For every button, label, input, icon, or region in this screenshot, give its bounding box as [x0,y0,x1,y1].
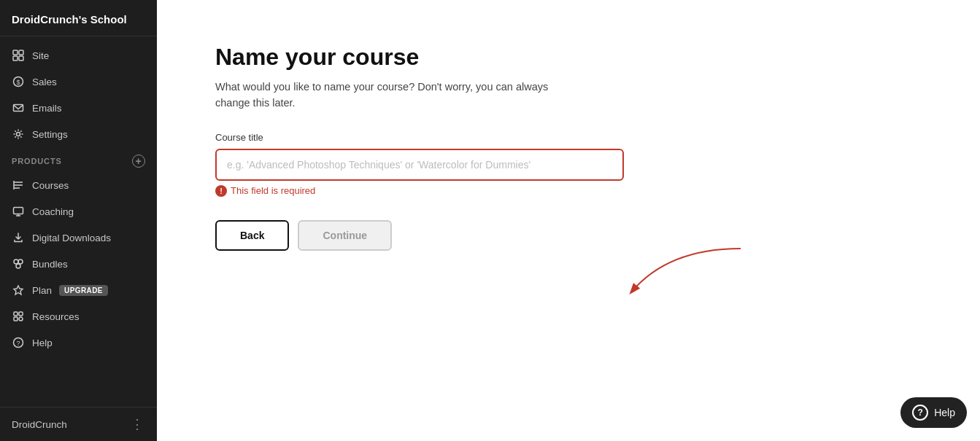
svg-rect-21 [14,317,18,321]
page-title: Name your course [215,44,922,71]
gear-icon [12,128,25,141]
svg-rect-1 [19,50,23,55]
svg-point-16 [18,259,23,264]
sidebar-footer: DroidCrunch ⋮ [0,407,157,441]
continue-button[interactable]: Continue [298,220,392,251]
downloads-icon [12,231,25,244]
sidebar-item-emails-label: Emails [32,103,62,114]
sidebar-item-bundles-label: Bundles [32,259,68,270]
sidebar-scroll: Site $ Sales Emails [0,36,157,407]
back-button[interactable]: Back [215,220,289,251]
svg-rect-19 [14,312,18,316]
svg-rect-12 [14,208,23,214]
sidebar: DroidCrunch's School Site [0,0,157,441]
course-title-input[interactable] [215,149,624,181]
sidebar-item-digital-downloads-label: Digital Downloads [32,233,111,243]
svg-point-15 [14,259,18,264]
sidebar-item-resources-label: Resources [32,311,80,322]
svg-point-7 [17,133,20,136]
sidebar-item-courses-label: Courses [32,180,69,191]
sidebar-item-sales-label: Sales [32,77,57,87]
svg-rect-0 [13,50,18,55]
svg-rect-20 [19,312,23,316]
sidebar-item-site-label: Site [32,50,49,61]
svg-rect-3 [19,56,23,61]
courses-icon [12,179,25,192]
svg-text:?: ? [16,340,20,347]
sidebar-item-sales[interactable]: $ Sales [0,69,157,95]
sidebar-item-coaching[interactable]: Coaching [0,198,157,225]
mail-icon [12,101,25,114]
help-nav-icon: ? [12,336,25,349]
footer-menu-icon[interactable]: ⋮ [131,416,145,432]
sidebar-item-bundles[interactable]: Bundles [0,251,157,277]
dollar-icon: $ [12,75,25,88]
sidebar-item-plan-label: Plan [32,285,52,296]
help-widget-icon: ? [912,405,928,421]
page-subtitle: What would you like to name your course?… [215,79,551,112]
coaching-icon [12,205,25,218]
sidebar-item-resources[interactable]: Resources [0,303,157,329]
grid-icon [12,49,25,62]
footer-username: DroidCrunch [12,419,67,430]
svg-point-17 [16,264,20,268]
sidebar-item-digital-downloads[interactable]: Digital Downloads [0,225,157,251]
svg-text:$: $ [16,79,20,86]
error-message: This field is required [231,185,315,196]
svg-marker-18 [14,286,23,294]
products-section-header: PRODUCTS + [0,147,157,172]
svg-rect-2 [13,56,18,61]
sidebar-item-plan[interactable]: Plan UPGRADE [0,277,157,303]
main-content-area: Name your course What would you like to … [157,0,980,441]
bundles-icon [12,257,25,270]
main-content: Name your course What would you like to … [157,0,980,441]
form-actions: Back Continue [215,220,922,251]
resources-icon [12,310,25,323]
svg-point-22 [19,317,23,321]
sidebar-item-help-label: Help [32,337,53,348]
error-icon: ! [215,185,227,197]
products-label: PRODUCTS [12,157,62,165]
course-title-label: Course title [215,132,922,143]
school-name: DroidCrunch's School [0,0,157,36]
help-widget[interactable]: ? Help [900,397,967,428]
sidebar-item-settings[interactable]: Settings [0,121,157,147]
sidebar-item-site[interactable]: Site [0,42,157,69]
plan-icon [12,284,25,297]
help-widget-label: Help [934,407,955,418]
sidebar-item-help[interactable]: ? Help [0,329,157,356]
sidebar-nav: Site $ Sales Emails [0,36,157,362]
sidebar-item-coaching-label: Coaching [32,206,74,217]
course-title-field: Course title ! This field is required [215,132,922,197]
upgrade-badge: UPGRADE [59,285,108,296]
sidebar-item-emails[interactable]: Emails [0,95,157,121]
sidebar-item-settings-label: Settings [32,129,68,140]
sidebar-item-courses[interactable]: Courses [0,172,157,198]
arrow-annotation [609,245,755,318]
field-error: ! This field is required [215,185,922,197]
add-product-button[interactable]: + [132,155,145,168]
